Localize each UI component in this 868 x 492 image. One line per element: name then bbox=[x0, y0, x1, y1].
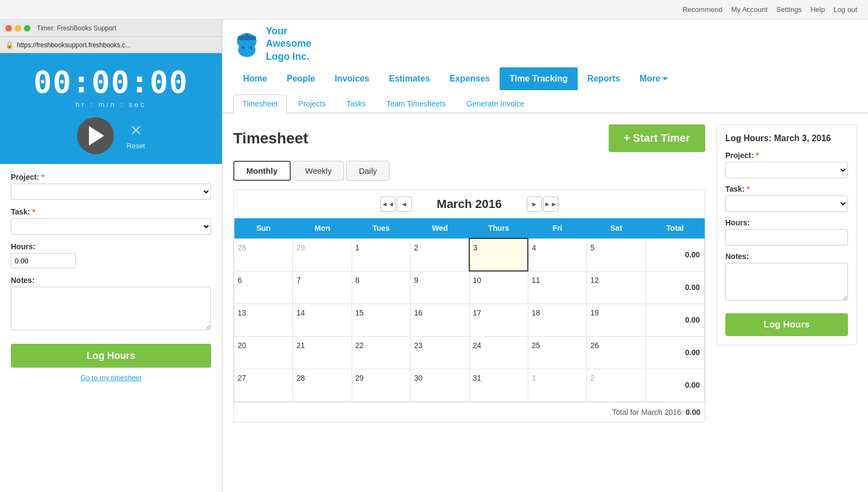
play-button[interactable] bbox=[77, 117, 114, 154]
browser-dots bbox=[5, 25, 30, 31]
cal-nav-prev-group: ◄◄ ◄ bbox=[380, 197, 412, 212]
subnav-generate-invoice[interactable]: Generate Invoice bbox=[457, 94, 534, 112]
nav-home[interactable]: Home bbox=[233, 67, 277, 90]
week5-total: 0.00 bbox=[646, 369, 704, 401]
tab-weekly[interactable]: Weekly bbox=[293, 161, 344, 181]
day-29[interactable]: 29 bbox=[352, 369, 410, 401]
day-4[interactable]: 4 bbox=[528, 238, 586, 271]
day-15[interactable]: 15 bbox=[352, 304, 410, 336]
right-notes-label: Notes: bbox=[725, 252, 848, 261]
nav-estimates[interactable]: Estimates bbox=[379, 67, 440, 90]
cal-next-button[interactable]: ► bbox=[527, 197, 542, 212]
calendar-header-row: Sun Mon Tues Wed Thurs Fri Sat Total bbox=[234, 218, 705, 238]
fullscreen-dot[interactable] bbox=[24, 25, 30, 31]
nav-time-tracking[interactable]: Time Tracking bbox=[500, 67, 577, 90]
right-task-label: Task: * bbox=[725, 185, 848, 193]
nav-more[interactable]: More bbox=[630, 67, 678, 90]
browser-bar: Timer: FreshBooks Support bbox=[0, 20, 222, 37]
project-select[interactable] bbox=[11, 184, 211, 200]
reset-button[interactable]: ✕ Reset bbox=[127, 122, 145, 150]
day-12[interactable]: 12 bbox=[587, 271, 646, 304]
day-23[interactable]: 23 bbox=[411, 336, 469, 369]
content-area: Timesheet + Start Timer Monthly Weekly D… bbox=[222, 113, 868, 492]
right-task-select[interactable] bbox=[725, 195, 848, 212]
log-hours-button-right[interactable]: Log Hours bbox=[725, 313, 848, 336]
tab-daily[interactable]: Daily bbox=[346, 161, 389, 181]
acorn-logo bbox=[233, 29, 260, 59]
start-timer-button[interactable]: + Start Timer bbox=[609, 124, 705, 152]
nav-people[interactable]: People bbox=[277, 67, 324, 90]
subnav-team-timesheets[interactable]: Team Timesheets bbox=[377, 94, 455, 112]
x-icon: ✕ bbox=[130, 122, 142, 140]
tab-monthly[interactable]: Monthly bbox=[233, 161, 291, 181]
task-select[interactable] bbox=[11, 218, 211, 235]
right-hours-label: Hours: bbox=[725, 218, 848, 227]
right-hours-input[interactable] bbox=[725, 229, 848, 245]
day-30[interactable]: 30 bbox=[411, 369, 469, 401]
right-notes-textarea[interactable] bbox=[725, 263, 848, 301]
col-wed: Wed bbox=[411, 218, 469, 238]
cal-prev-prev-button[interactable]: ◄◄ bbox=[380, 197, 395, 212]
day-11[interactable]: 11 bbox=[528, 271, 586, 304]
project-required: * bbox=[41, 173, 44, 181]
day-9[interactable]: 9 bbox=[411, 271, 469, 304]
settings-link[interactable]: Settings bbox=[776, 5, 802, 14]
nav-invoices[interactable]: Invoices bbox=[325, 67, 379, 90]
log-hours-button-popup[interactable]: Log Hours bbox=[11, 344, 211, 368]
day-14[interactable]: 14 bbox=[293, 304, 352, 336]
day-28[interactable]: 28 bbox=[293, 369, 352, 401]
day-1[interactable]: 1 bbox=[352, 238, 410, 271]
day-28-prev[interactable]: 28 bbox=[234, 238, 293, 271]
subnav-tasks[interactable]: Tasks bbox=[337, 94, 375, 112]
day-18[interactable]: 18 bbox=[528, 304, 586, 336]
day-16[interactable]: 16 bbox=[411, 304, 469, 336]
go-timesheet-link[interactable]: Go to my timesheet bbox=[80, 374, 142, 382]
day-8[interactable]: 8 bbox=[352, 271, 410, 304]
day-6[interactable]: 6 bbox=[234, 271, 293, 304]
day-25[interactable]: 25 bbox=[528, 336, 586, 369]
recommend-link[interactable]: Recommend bbox=[682, 5, 723, 14]
timesheet-header-row: Timesheet + Start Timer bbox=[233, 124, 705, 152]
subnav-projects[interactable]: Projects bbox=[289, 94, 335, 112]
close-dot[interactable] bbox=[5, 25, 12, 31]
day-1-next[interactable]: 1 bbox=[528, 369, 586, 401]
day-2[interactable]: 2 bbox=[411, 238, 469, 271]
day-13[interactable]: 13 bbox=[234, 304, 293, 336]
day-19[interactable]: 19 bbox=[587, 304, 646, 336]
day-17[interactable]: 17 bbox=[469, 304, 528, 336]
cal-next-next-button[interactable]: ►► bbox=[543, 197, 558, 212]
right-task-required: * bbox=[747, 185, 750, 193]
logout-link[interactable]: Log out bbox=[834, 5, 857, 14]
day-21[interactable]: 21 bbox=[293, 336, 352, 369]
hours-input[interactable] bbox=[11, 253, 76, 268]
day-5[interactable]: 5 bbox=[587, 238, 646, 271]
cal-nav-next-group: ► ►► bbox=[527, 197, 558, 212]
nav-expenses[interactable]: Expenses bbox=[440, 67, 500, 90]
day-3-today[interactable]: 3 bbox=[469, 238, 528, 271]
day-22[interactable]: 22 bbox=[352, 336, 410, 369]
nav-reports[interactable]: Reports bbox=[578, 67, 630, 90]
project-group: Project: * bbox=[11, 173, 211, 200]
my-account-link[interactable]: My Account bbox=[731, 5, 768, 14]
notes-textarea[interactable] bbox=[11, 287, 211, 330]
help-link[interactable]: Help bbox=[810, 5, 825, 14]
cal-month-title: March 2016 bbox=[420, 197, 518, 211]
minimize-dot[interactable] bbox=[15, 25, 21, 31]
day-27[interactable]: 27 bbox=[234, 369, 293, 401]
cal-prev-button[interactable]: ◄ bbox=[397, 197, 412, 212]
day-24[interactable]: 24 bbox=[469, 336, 528, 369]
day-2-next[interactable]: 2 bbox=[587, 369, 646, 401]
col-total: Total bbox=[646, 218, 704, 238]
day-7[interactable]: 7 bbox=[293, 271, 352, 304]
day-31[interactable]: 31 bbox=[469, 369, 528, 401]
day-20[interactable]: 20 bbox=[234, 336, 293, 369]
right-project-select[interactable] bbox=[725, 162, 848, 178]
notes-label: Notes: bbox=[11, 276, 211, 285]
svg-point-5 bbox=[249, 46, 252, 49]
day-26[interactable]: 26 bbox=[587, 336, 646, 369]
right-hours-group: Hours: bbox=[725, 218, 848, 245]
subnav-timesheet[interactable]: Timesheet bbox=[233, 94, 287, 113]
day-10[interactable]: 10 bbox=[469, 271, 528, 304]
day-29-prev[interactable]: 29 bbox=[293, 238, 352, 271]
timesheet-title: Timesheet bbox=[233, 130, 308, 147]
